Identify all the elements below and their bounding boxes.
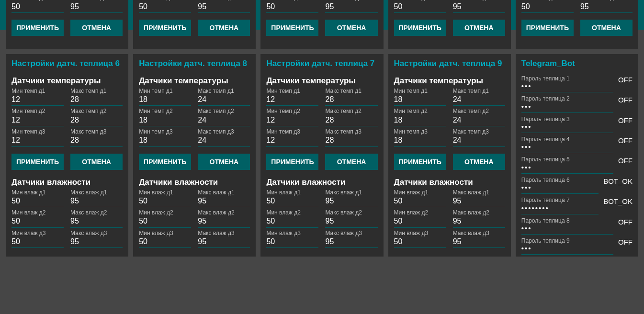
field-input[interactable]: 24 (453, 115, 505, 126)
content-grid: Мин влаж д3 50 Макс влаж д3 95 ПРИМЕНИТЬ… (0, 0, 644, 257)
field-input[interactable]: 50 (394, 196, 446, 207)
field-input[interactable]: 95 (198, 236, 250, 248)
field-input[interactable]: 28 (70, 94, 123, 106)
apply-button[interactable]: ПРИМЕНИТЬ (11, 154, 64, 170)
field-input[interactable]: 28 (70, 115, 123, 126)
apply-button[interactable]: ПРИМЕНИТЬ (139, 20, 191, 36)
field-input[interactable]: 24 (198, 115, 250, 126)
field-input[interactable]: 12 (266, 94, 318, 106)
field-label: Мин темп д2 (266, 108, 318, 114)
field-input[interactable]: 95 (70, 236, 123, 248)
temp-d1-max: Макс темп д1 24 (198, 88, 250, 106)
cancel-button[interactable]: ОТМЕНА (453, 20, 505, 36)
field-input[interactable]: 95 (580, 1, 633, 13)
cancel-button[interactable]: ОТМЕНА (325, 154, 377, 170)
telegram-label: Пароль теплица 2 (521, 95, 613, 102)
field-input[interactable]: 95 (453, 216, 505, 227)
field-input[interactable]: 50 (394, 216, 446, 227)
field-input[interactable]: 95 (325, 1, 377, 13)
field-input[interactable]: 50 (11, 216, 64, 227)
field-input[interactable]: 24 (453, 135, 505, 146)
field-input[interactable]: 24 (198, 94, 250, 106)
field-input[interactable]: 50 (139, 1, 191, 13)
hum-d2-max: Макс влаж д2 95 (70, 209, 123, 228)
telegram-password-input[interactable]: •••••••• (521, 204, 599, 214)
telegram-password-input[interactable]: ••• (521, 82, 613, 92)
apply-button[interactable]: ПРИМЕНИТЬ (139, 154, 191, 170)
field-input[interactable]: 12 (11, 135, 64, 146)
field-input[interactable]: 95 (198, 196, 250, 207)
field-input[interactable]: 50 (394, 236, 446, 248)
field-input[interactable]: 95 (325, 216, 377, 227)
field-input[interactable]: 12 (266, 135, 318, 146)
temp-d1-min: Мин темп д1 12 (11, 88, 64, 106)
field-label: Макс влаж д3 (325, 230, 377, 236)
field-input[interactable]: 95 (70, 216, 123, 227)
telegram-password-input[interactable]: ••• (521, 244, 613, 255)
cancel-button[interactable]: ОТМЕНА (70, 20, 123, 36)
field-input[interactable]: 95 (453, 1, 505, 13)
field-input[interactable]: 95 (453, 236, 505, 248)
field-input[interactable]: 95 (453, 196, 505, 207)
field-input[interactable]: 50 (139, 196, 191, 207)
field-input[interactable]: 50 (11, 196, 64, 207)
field-input[interactable]: 18 (394, 94, 446, 106)
field-input[interactable]: 50 (11, 1, 64, 13)
field-input[interactable]: 50 (394, 1, 446, 13)
telegram-password-input[interactable]: ••• (521, 143, 613, 153)
field-input[interactable]: 50 (266, 236, 318, 248)
field-input[interactable]: 24 (198, 135, 250, 146)
field-input[interactable]: 28 (325, 115, 377, 126)
apply-button[interactable]: ПРИМЕНИТЬ (394, 20, 446, 36)
cancel-button[interactable]: ОТМЕНА (453, 154, 505, 170)
field-input[interactable]: 12 (11, 115, 64, 126)
telegram-password-input[interactable]: ••• (521, 224, 613, 235)
field-input[interactable]: 50 (139, 216, 191, 227)
telegram-password-input[interactable]: ••• (521, 102, 613, 113)
apply-button[interactable]: ПРИМЕНИТЬ (266, 20, 318, 36)
telegram-password-input[interactable]: ••• (521, 163, 613, 174)
field-input[interactable]: 28 (70, 135, 123, 146)
field-input[interactable]: 24 (453, 94, 505, 106)
field-input[interactable]: 50 (139, 236, 191, 248)
cancel-button[interactable]: ОТМЕНА (198, 20, 250, 36)
field-input[interactable]: 50 (266, 196, 318, 207)
telegram-password-input[interactable]: ••• (521, 183, 599, 194)
telegram-row: Пароль теплица 6 ••• BOT_OK (521, 177, 633, 194)
field-input[interactable]: 95 (70, 1, 123, 13)
field-input[interactable]: 95 (198, 1, 250, 13)
field-input[interactable]: 50 (266, 1, 318, 13)
field-input[interactable]: 95 (70, 196, 123, 207)
field-label: Макс темп д1 (70, 88, 123, 94)
field-input[interactable]: 95 (325, 196, 377, 207)
field-label: Мин темп д2 (11, 108, 64, 114)
field-input[interactable]: 12 (266, 115, 318, 126)
apply-button[interactable]: ПРИМЕНИТЬ (11, 20, 64, 36)
field-input[interactable]: 50 (266, 216, 318, 227)
field-input[interactable]: 18 (139, 94, 191, 106)
apply-button[interactable]: ПРИМЕНИТЬ (394, 154, 446, 170)
field-input[interactable]: 50 (11, 236, 64, 248)
section-title-hum: Датчики влажности (139, 178, 250, 187)
apply-button[interactable]: ПРИМЕНИТЬ (521, 20, 574, 36)
field-input[interactable]: 18 (139, 115, 191, 126)
field-input[interactable]: 95 (198, 216, 250, 227)
apply-button[interactable]: ПРИМЕНИТЬ (266, 154, 318, 170)
cancel-button[interactable]: ОТМЕНА (580, 20, 633, 36)
field-input[interactable]: 18 (139, 135, 191, 146)
telegram-password-input[interactable]: ••• (521, 123, 613, 133)
field-input[interactable]: 12 (11, 94, 64, 106)
field-input[interactable]: 28 (325, 94, 377, 106)
cancel-button[interactable]: ОТМЕНА (325, 20, 377, 36)
field-label: Мин темп д1 (266, 88, 318, 94)
field-input[interactable]: 18 (394, 135, 446, 146)
settings-card-partial: Мин влаж д3 50 Макс влаж д3 95 ПРИМЕНИТЬ… (133, 0, 256, 49)
field-input[interactable]: 95 (325, 236, 377, 248)
field-input[interactable]: 18 (394, 115, 446, 126)
card-title: Настройки датч. теплица 8 (139, 59, 250, 68)
temp-d3-min: Мин темп д3 12 (11, 128, 64, 147)
cancel-button[interactable]: ОТМЕНА (198, 154, 250, 170)
cancel-button[interactable]: ОТМЕНА (70, 154, 123, 170)
field-input[interactable]: 50 (521, 1, 574, 13)
field-input[interactable]: 28 (325, 135, 377, 146)
